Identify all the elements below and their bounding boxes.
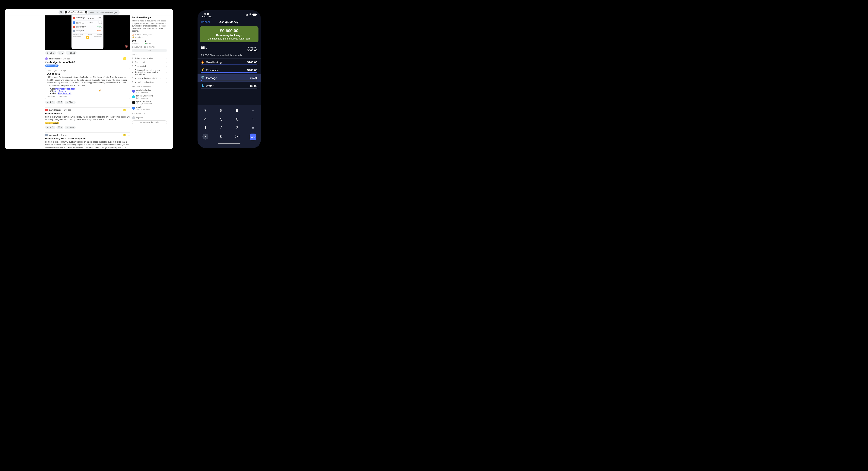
comments-pill[interactable]: 2 bbox=[56, 126, 64, 129]
related-community[interactable]: r/budgetwithbuckets1,569 members bbox=[132, 94, 167, 100]
post-title: Budget review bbox=[45, 112, 130, 115]
crosspost-card[interactable]: r/justbudget•2 yr. ago Out of beta! Hi E… bbox=[45, 68, 130, 99]
cake-icon: 🎂 bbox=[132, 34, 134, 36]
back-to-appstore[interactable]: ◀ App Store bbox=[202, 15, 212, 18]
upvote-pill[interactable]: 4 bbox=[45, 126, 55, 129]
keypad-done[interactable]: done bbox=[245, 132, 261, 141]
about-card: ZeroBasedBudget This is a place to discu… bbox=[132, 15, 167, 126]
mod-name: u/-jacey- bbox=[136, 117, 143, 119]
keypad-0[interactable]: 0 bbox=[213, 132, 229, 141]
rule-item[interactable]: 4Self-promotion must be clearly disclose… bbox=[132, 68, 167, 76]
moderator-item[interactable]: u/-jacey- bbox=[132, 115, 167, 120]
post-flair[interactable]: Software/Apps bbox=[45, 64, 59, 67]
author-name[interactable]: u/nanermaner bbox=[49, 58, 60, 60]
category-amount[interactable]: $1.00 bbox=[250, 76, 257, 80]
keypad-6[interactable]: 6 bbox=[229, 115, 245, 124]
post[interactable]: u/Airplane2121 •3 yr. ago 🛡 ⋯ Budget rev… bbox=[45, 107, 130, 132]
share-label: Share bbox=[70, 52, 75, 54]
related-community[interactable]: r/ynab194,075 members bbox=[132, 105, 167, 111]
category-row[interactable]: ⚡Electricity $200.00 bbox=[197, 66, 261, 74]
category-emoji-icon: 🔥 bbox=[201, 60, 205, 64]
related-community[interactable]: r/personalfinance19,887,316 members bbox=[132, 100, 167, 105]
keypad-+[interactable]: + bbox=[245, 115, 261, 124]
keypad-5[interactable]: 5 bbox=[213, 115, 229, 124]
assigned-amount: $400.00 bbox=[247, 49, 257, 52]
crosspost-sub[interactable]: r/justbudget bbox=[47, 70, 57, 72]
comments-pill[interactable]: 0 bbox=[56, 101, 64, 104]
share-pill[interactable]: Share bbox=[64, 126, 75, 129]
community-description: This is a place to discuss the zero-base… bbox=[132, 20, 167, 32]
rule-item[interactable]: 3Be respectful.⌄ bbox=[132, 64, 167, 68]
category-emoji-icon: 🗑️ bbox=[201, 76, 205, 80]
keypad-2[interactable]: 2 bbox=[213, 124, 229, 132]
rule-item[interactable]: 1Follow site-wide rules.⌄ bbox=[132, 56, 167, 60]
backspace-icon bbox=[234, 134, 240, 139]
mod-avatar-icon bbox=[132, 116, 135, 119]
link[interactable]: Play Store Link bbox=[58, 92, 71, 94]
share-pill[interactable]: Share bbox=[66, 51, 77, 55]
status-time: 9:41 bbox=[204, 12, 209, 15]
screen-title: Assign Money bbox=[219, 20, 239, 24]
search-bar[interactable]: r/ZeroBasedBudget ✕ bbox=[59, 10, 120, 15]
crosspost-link-item: Android: Play Store Link bbox=[50, 92, 128, 94]
cancel-button[interactable]: Cancel bbox=[201, 20, 210, 24]
video-budget-row: Home Insurancedue on the 26th$100.00$100… bbox=[73, 25, 102, 29]
keypad-9[interactable]: 9 bbox=[229, 106, 245, 115]
rule-item[interactable]: 2Stay on topic.⌄ bbox=[132, 60, 167, 64]
app-screenshot-in-video: Rent/Mortgagedue on the 1st$1,500.00$0.0… bbox=[71, 15, 103, 49]
post-header: u/nanermaner •2 yr. ago 🛡 ⋯ bbox=[45, 57, 130, 60]
share-pill[interactable]: Share bbox=[64, 101, 75, 104]
video-preview[interactable]: Rent/Mortgagedue on the 1st$1,500.00$0.0… bbox=[45, 15, 130, 50]
category-amount[interactable]: $0.00 bbox=[250, 84, 257, 88]
mods-label: MODERATORS bbox=[132, 113, 167, 114]
keypad-=[interactable]: = bbox=[245, 124, 261, 132]
phone-screen: 9:41 ◀ App Store Cancel Assign Money $9,… bbox=[197, 10, 261, 148]
comments-pill[interactable]: 2 bbox=[57, 51, 64, 55]
category-row[interactable]: 🔥Gas/Heating $200.00 bbox=[197, 59, 261, 66]
wiki-button[interactable]: Wiki bbox=[132, 49, 167, 52]
reddit-browser-window: r/ZeroBasedBudget ✕ Rent/Mortgagedue on … bbox=[5, 9, 173, 149]
post-flair[interactable]: Advice Needed bbox=[45, 122, 59, 124]
upvote-pill[interactable]: 5 bbox=[45, 101, 55, 104]
category-amount[interactable]: $200.00 bbox=[247, 68, 257, 72]
category-row[interactable]: 💧Water $0.00 bbox=[197, 82, 261, 90]
upvote-pill[interactable]: 12 bbox=[45, 51, 56, 55]
category-progress bbox=[201, 64, 257, 65]
category-amount[interactable]: $200.00 bbox=[247, 61, 257, 64]
volume-muted-icon[interactable]: 🔇 bbox=[125, 45, 128, 48]
category-row[interactable]: 🗑️Garbage $1.00 bbox=[197, 74, 261, 82]
more-icon[interactable]: ⋯ bbox=[127, 57, 130, 60]
search-input[interactable] bbox=[90, 11, 118, 13]
keypad-1[interactable]: 1 bbox=[197, 124, 213, 132]
keypad-3[interactable]: 3 bbox=[229, 124, 245, 132]
link[interactable]: App Store Link bbox=[55, 90, 67, 92]
more-icon[interactable]: ⋯ bbox=[127, 134, 130, 136]
related-label: YOU MAY ALSO LIKE: bbox=[132, 86, 167, 88]
bills-section-head: Bills Assigned $400.00 bbox=[197, 43, 261, 52]
related-community[interactable]: r/aspirebudgeting8,023 members bbox=[132, 88, 167, 94]
mail-icon: ✉ bbox=[140, 121, 142, 123]
post[interactable]: u/nanermaner •2 yr. ago 🛡 ⋯ Justbudget i… bbox=[45, 56, 130, 107]
keypad-4[interactable]: 4 bbox=[197, 115, 213, 124]
message-mods-button[interactable]: ✉ Message the mods bbox=[132, 120, 167, 124]
subreddit-chip-label: r/ZeroBasedBudget bbox=[68, 11, 84, 13]
search-icon bbox=[60, 11, 62, 14]
category-emoji-icon: 💧 bbox=[201, 84, 205, 88]
home-indicator[interactable] bbox=[218, 143, 241, 144]
rule-item[interactable]: 6No asking for handouts.⌄ bbox=[132, 80, 167, 84]
post[interactable]: u/mekkanik •3 yr. ago 🛡 ⋯ Double entry Z… bbox=[45, 132, 130, 149]
keypad-clear[interactable]: ✕ bbox=[197, 132, 213, 141]
remaining-subtext: Continue assigning until you reach zero bbox=[202, 37, 256, 40]
keypad-backspace[interactable] bbox=[229, 132, 245, 141]
more-icon[interactable]: ⋯ bbox=[127, 108, 130, 112]
author-name[interactable]: u/mekkanik bbox=[49, 134, 58, 136]
link[interactable]: https://justbudget.app/ bbox=[55, 88, 75, 90]
clear-chip-icon[interactable]: ✕ bbox=[85, 11, 87, 13]
keypad-−[interactable]: − bbox=[245, 106, 261, 115]
author-name[interactable]: u/Airplane2121 bbox=[49, 109, 61, 111]
subreddit-chip[interactable]: r/ZeroBasedBudget ✕ bbox=[64, 11, 89, 14]
rule-item[interactable]: 5No troubleshooting digital tools.⌄ bbox=[132, 76, 167, 80]
crosspost-body: Hi Everyone, Exciting news to share: Jus… bbox=[47, 76, 128, 87]
keypad-8[interactable]: 8 bbox=[213, 106, 229, 115]
keypad-7[interactable]: 7 bbox=[197, 106, 213, 115]
